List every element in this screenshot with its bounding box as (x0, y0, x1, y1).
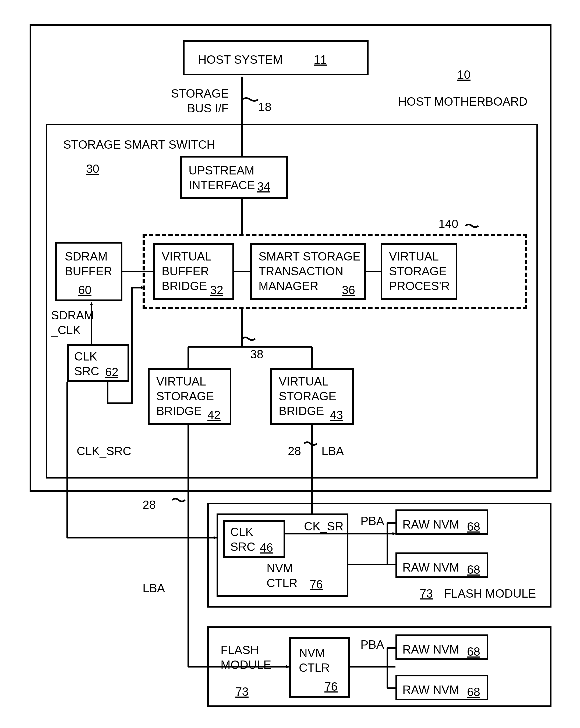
connectors-svg (0, 0, 580, 728)
